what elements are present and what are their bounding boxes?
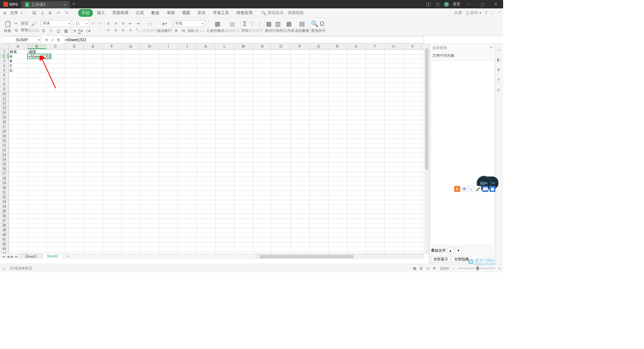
ime-punct-icon[interactable]: •,	[468, 186, 474, 192]
ime-tools-icon[interactable]: ▦	[489, 186, 495, 192]
row-header-33[interactable]: 33	[0, 200, 8, 204]
row-col-button[interactable]: ▥行和列	[272, 20, 283, 33]
rail-property-icon[interactable]: ⚘	[497, 78, 502, 83]
ribbon-tab-3[interactable]: 公式	[132, 9, 147, 17]
cell-A3[interactable]: B	[9, 59, 27, 63]
row-header-36[interactable]: 36	[0, 214, 8, 218]
font-size-combo[interactable]: 11▾	[74, 20, 89, 27]
ribbon-tab-9[interactable]: 特色应用	[233, 9, 256, 17]
close-button[interactable]: ✕	[491, 0, 500, 8]
paste-button[interactable]: 📋粘贴	[4, 20, 11, 33]
ribbon-tab-1[interactable]: 插入	[94, 9, 108, 17]
col-header-Q[interactable]: Q	[309, 44, 328, 49]
row-header-11[interactable]: 11	[0, 96, 8, 101]
view-normal-icon[interactable]: ▦	[413, 266, 416, 270]
col-header-L[interactable]: L	[215, 44, 234, 49]
freeze-panes-button[interactable]: ▤冻结窗格	[294, 20, 309, 33]
col-header-I[interactable]: I	[159, 44, 178, 49]
row-header-43[interactable]: 43	[0, 247, 8, 251]
redo-icon[interactable]: ↷	[64, 10, 69, 16]
row-header-24[interactable]: 24	[0, 157, 8, 162]
undo-icon[interactable]: ↶	[56, 10, 61, 16]
zoom-out-icon[interactable]: −	[452, 266, 454, 270]
show-all-button[interactable]: 全部显示	[431, 256, 450, 262]
row-header-22[interactable]: 22	[0, 148, 8, 153]
row-header-23[interactable]: 23	[0, 153, 8, 157]
ribbon-tab-4[interactable]: 数据	[148, 9, 163, 17]
symbol-button[interactable]: Ω符号	[318, 20, 326, 33]
row-header-26[interactable]: 26	[0, 167, 8, 171]
hamburger-icon[interactable]: ≡	[2, 10, 7, 16]
sheet-nav-1[interactable]: ◀	[7, 255, 9, 258]
col-header-C[interactable]: C	[46, 44, 65, 49]
cancel-formula-icon[interactable]: ✕	[45, 38, 48, 42]
col-header-P[interactable]: P	[290, 44, 309, 49]
cell-A5[interactable]: D	[9, 68, 27, 73]
row-header-38[interactable]: 38	[0, 223, 8, 228]
horizontal-scrollbar[interactable]	[255, 254, 424, 259]
col-header-H[interactable]: H	[140, 44, 159, 49]
cooperate-button[interactable]: ◫ 协作 ▾	[466, 10, 482, 16]
window-count-badge[interactable]: 1	[426, 2, 431, 6]
zoom-level[interactable]: 100%	[440, 266, 449, 270]
row-header-19[interactable]: 19	[0, 134, 8, 139]
sheet-nav-3[interactable]: ⏭	[15, 255, 18, 258]
row-header-30[interactable]: 30	[0, 186, 8, 190]
row-header-5[interactable]: 5	[0, 68, 8, 73]
rail-analysis-icon[interactable]: ❖	[497, 67, 502, 73]
ribbon-options-icon[interactable]: ⋮	[490, 11, 494, 15]
ime-lang-button[interactable]: 中	[461, 186, 467, 192]
row-header-12[interactable]: 12	[0, 101, 8, 106]
row-header-25[interactable]: 25	[0, 162, 8, 167]
cell-B1[interactable]: 成绩	[28, 49, 46, 54]
row-header-39[interactable]: 39	[0, 228, 8, 233]
sheet-tab-Sheet2[interactable]: Sheet2	[42, 254, 64, 259]
row-header-17[interactable]: 17	[0, 124, 8, 129]
sheet-nav-0[interactable]: ⏮	[2, 255, 5, 258]
sheet-nav-2[interactable]: ▶	[11, 255, 13, 258]
worksheet-button[interactable]: ▦工作表	[283, 20, 294, 33]
row-header-4[interactable]: 4	[0, 63, 8, 68]
row-header-16[interactable]: 16	[0, 120, 8, 124]
row-header-3[interactable]: 3	[0, 59, 8, 63]
maximize-button[interactable]: ▢	[478, 0, 487, 8]
column-headers[interactable]: ABCDEFGHIJKLMNOPQRSTUV	[9, 44, 424, 49]
ime-voice-icon[interactable]: 🎤	[475, 186, 481, 192]
ribbon-tab-7[interactable]: 安全	[194, 9, 209, 17]
col-header-S[interactable]: S	[347, 44, 366, 49]
row-header-42[interactable]: 42	[0, 242, 8, 247]
autosum-button[interactable]: Σ求和	[241, 20, 249, 33]
row-header-7[interactable]: 7	[0, 78, 8, 82]
zoom-in-icon[interactable]: +	[498, 266, 500, 270]
row-header-20[interactable]: 20	[0, 139, 8, 143]
accept-formula-icon[interactable]: ✓	[51, 38, 54, 42]
spreadsheet-grid[interactable]: ABCDEFGHIJKLMNOPQRSTUV 12345678910111213…	[0, 44, 429, 264]
row-header-10[interactable]: 10	[0, 92, 8, 96]
col-header-R[interactable]: R	[328, 44, 347, 49]
ime-logo-icon[interactable]: S	[454, 186, 460, 192]
print-icon[interactable]: ⎙	[40, 10, 45, 16]
font-name-combo[interactable]: 宋体▾	[41, 20, 72, 27]
row-header-21[interactable]: 21	[0, 143, 8, 148]
number-format-combo[interactable]: 常规▾	[173, 20, 205, 27]
col-header-D[interactable]: D	[65, 44, 84, 49]
col-header-J[interactable]: J	[178, 44, 197, 49]
col-header-E[interactable]: E	[84, 44, 103, 49]
settings-icon[interactable]: ☼	[3, 266, 6, 270]
ribbon-tab-5[interactable]: 审阅	[163, 9, 178, 17]
cell-A4[interactable]: C	[9, 63, 27, 68]
row-header-9[interactable]: 9	[0, 87, 8, 92]
cell-A1[interactable]: 姓名	[9, 49, 27, 54]
row-header-18[interactable]: 18	[0, 129, 8, 134]
row-header-37[interactable]: 37	[0, 218, 8, 223]
col-header-T[interactable]: T	[366, 44, 384, 49]
file-menu[interactable]: 文件	[9, 10, 19, 16]
name-box[interactable]: SUMIF▾	[1, 36, 41, 43]
copy-button[interactable]: 复制	[21, 28, 28, 33]
ime-keyboard-icon[interactable]: ⌨	[482, 186, 488, 192]
row-header-2[interactable]: 2	[0, 54, 8, 59]
command-search[interactable]: 🔍 查找命令、搜索模板	[261, 10, 304, 16]
print-preview-icon[interactable]: 🗎	[48, 10, 53, 16]
select-all-corner[interactable]	[0, 44, 9, 49]
ime-toolbar[interactable]: S 中 •, 🎤 ⌨ ▦	[454, 186, 495, 192]
